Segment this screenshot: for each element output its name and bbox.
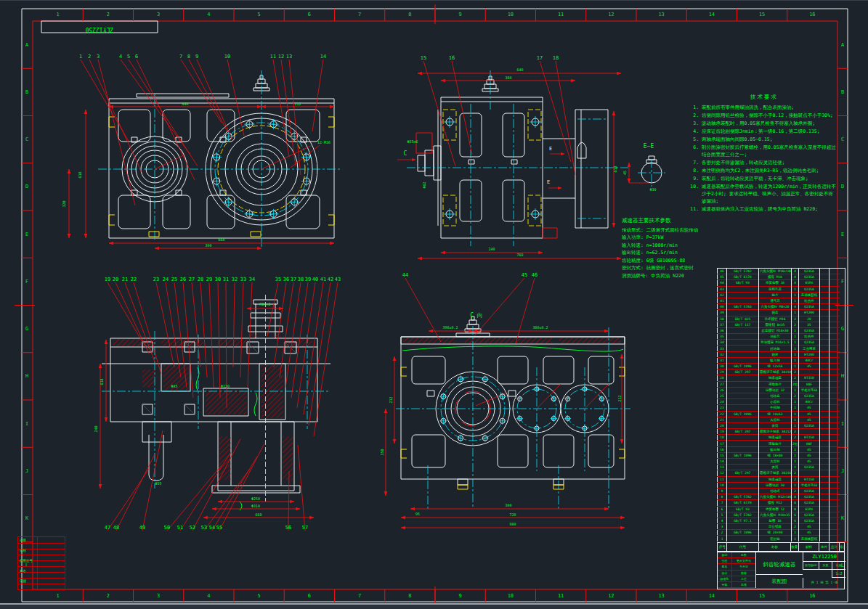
parts-list-row[interactable]: 11轴承端盖2HT150 — [718, 476, 845, 482]
parts-list-row[interactable]: 28轴承端盖2HT150 — [718, 375, 845, 381]
parts-list-row[interactable]: 7GB/T 6170螺母 M128Q235A — [718, 500, 845, 506]
parts-list-row[interactable]: 10毡圈油封 501半粗羊毛毡 — [718, 482, 845, 488]
parts-list-row[interactable]: 23中间轴145 — [718, 405, 845, 411]
part-balloon[interactable]: 23 — [153, 277, 159, 282]
parts-list-row[interactable]: 13套筒1Q235A — [718, 465, 845, 470]
parts-list-row[interactable]: 12GB/T 297圆锥滚子轴承 302162 — [718, 470, 845, 476]
parts-list-row[interactable]: 20套筒1Q235A — [718, 422, 845, 428]
part-balloon[interactable]: 4 — [119, 54, 122, 60]
part-balloon[interactable]: 28 — [198, 277, 203, 282]
part-balloon[interactable]: 52 — [190, 525, 195, 531]
parts-list-row[interactable]: 29GB/T 297圆锥滚子轴承 302102 — [718, 369, 845, 375]
parts-list-row[interactable]: 45GB/T 6170螺母 M164Q235A — [718, 274, 845, 280]
part-balloon[interactable]: 33 — [240, 277, 246, 282]
part-balloon[interactable]: 19 — [105, 277, 110, 282]
parts-list-row[interactable]: 27调整垫片2组08F — [718, 381, 845, 387]
part-balloon[interactable]: 29 — [206, 277, 212, 282]
part-balloon[interactable]: 14 — [320, 54, 326, 60]
parts-list-row[interactable]: 9挡油环2Q235A — [718, 488, 845, 494]
parts-list-row[interactable]: 38GB/T 825吊环螺钉 M16220 — [718, 316, 845, 322]
part-balloon[interactable]: 27 — [189, 277, 195, 282]
parts-list-row[interactable]: 35油标尺1组合件 — [718, 334, 845, 340]
parts-list-row[interactable]: 14大齿轮145 — [718, 459, 845, 465]
parts-list-row[interactable]: 24小齿轮140Cr — [718, 399, 845, 405]
part-balloon[interactable]: 2 — [88, 54, 91, 60]
part-balloon[interactable]: 39 — [305, 277, 311, 282]
part-balloon[interactable]: 6 — [135, 54, 138, 60]
part-balloon[interactable]: 40 — [312, 277, 318, 282]
part-balloon[interactable]: 30 — [215, 277, 221, 282]
parts-list-row[interactable]: 8GB/T 5782六角头螺栓 M12×1008Q235A — [718, 494, 845, 500]
part-balloon[interactable]: 50 — [164, 525, 170, 531]
part-balloon[interactable]: 8 — [187, 54, 190, 60]
part-balloon[interactable]: 48 — [113, 525, 119, 531]
parts-list-row[interactable]: 26毡圈油封 321半粗羊毛毡 — [718, 387, 845, 393]
part-balloon[interactable]: 9 — [195, 54, 198, 60]
part-balloon[interactable]: 38 — [298, 277, 304, 282]
part-balloon[interactable]: 3 — [97, 54, 100, 60]
part-balloon[interactable]: 35 — [275, 277, 281, 282]
parts-list-row[interactable]: 17调整垫片2组08F — [718, 441, 845, 446]
part-balloon[interactable]: 7 — [179, 54, 182, 60]
part-balloon[interactable]: 1 — [79, 54, 82, 60]
parts-list-table[interactable]: 46GB/T 5782六角头螺栓 M16×1404Q235A45GB/T 617… — [717, 268, 845, 541]
part-balloon[interactable]: 49 — [139, 525, 145, 531]
parts-list-row[interactable]: 6GB/T 93弹簧垫圈 12865Mn — [718, 506, 845, 512]
part-balloon[interactable]: 44 — [402, 272, 408, 278]
part-balloon[interactable]: 55 — [216, 525, 222, 531]
parts-list-row[interactable]: 16输出轴145 — [718, 446, 845, 452]
parts-list-row[interactable]: 1密封垫1石棉橡胶纸 — [718, 536, 845, 541]
part-balloon[interactable]: 46 — [532, 272, 538, 278]
part-balloon[interactable]: 15 — [421, 55, 426, 61]
part-balloon[interactable]: 10 — [224, 54, 230, 60]
part-balloon[interactable]: 32 — [232, 277, 238, 282]
parts-list-row[interactable]: 33封油垫1工业用革 — [718, 346, 845, 351]
part-balloon[interactable]: 22 — [131, 277, 137, 282]
part-balloon[interactable]: 17 — [537, 55, 543, 61]
parts-list-row[interactable]: 18轴承端盖2HT150 — [718, 435, 845, 441]
parts-list-row[interactable]: 22GB/T 1096键 14×63145 — [718, 411, 845, 417]
parts-list-row[interactable]: 19GB/T 297圆锥滚子轴承 302122 — [718, 429, 845, 435]
parts-list-row[interactable]: 30GB/T 1096键 12×56145 — [718, 364, 845, 369]
parts-list-row[interactable]: 46GB/T 5782六角头螺栓 M16×1404Q235A — [718, 269, 845, 274]
parts-list-row[interactable]: 34放油螺塞 M16×1.51Q235A — [718, 340, 845, 346]
part-balloon[interactable]: 41 — [320, 277, 326, 282]
part-balloon[interactable]: 37 — [291, 277, 296, 282]
parts-list-row[interactable]: 31输入轴140Cr — [718, 357, 845, 363]
part-balloon[interactable]: 18 — [553, 55, 559, 61]
part-balloon[interactable]: 34 — [249, 277, 255, 282]
part-balloon[interactable]: 16 — [449, 55, 455, 61]
part-balloon[interactable]: 31 — [223, 277, 229, 282]
part-balloon[interactable]: 45 — [522, 272, 527, 278]
parts-list-row[interactable]: 41通气器1组合件 — [718, 298, 845, 303]
part-balloon[interactable]: 20 — [113, 277, 118, 282]
parts-list-row[interactable]: 43窥视孔盖1Q235A — [718, 286, 845, 292]
part-balloon[interactable]: 21 — [122, 277, 128, 282]
part-balloon[interactable]: 36 — [283, 277, 289, 282]
part-balloon[interactable]: 51 — [177, 525, 183, 531]
parts-list-row[interactable]: 21大齿轮145 — [718, 417, 845, 422]
part-balloon[interactable]: 25 — [171, 277, 177, 282]
part-balloon[interactable]: 13 — [286, 54, 292, 60]
part-balloon[interactable]: 12 — [278, 54, 284, 60]
parts-list-row[interactable]: 25挡油盘2Q235A — [718, 393, 845, 398]
parts-list-row[interactable]: 42垫片1石棉橡胶纸 — [718, 292, 845, 298]
parts-list-row[interactable]: 4GB/T 97.1垫圈 106Q235A — [718, 518, 845, 523]
part-balloon[interactable]: 56 — [285, 525, 291, 531]
parts-list-row[interactable]: 37GB/T 117圆锥销 8×35235 — [718, 322, 845, 327]
part-balloon[interactable]: 53 — [201, 525, 207, 531]
parts-list-row[interactable]: 39箱盖1HT200 — [718, 310, 845, 316]
part-balloon[interactable]: 57 — [302, 525, 308, 531]
part-balloon[interactable]: 47 — [105, 525, 110, 531]
part-balloon[interactable]: 24 — [163, 277, 169, 282]
parts-list-row[interactable]: 5GB/T 5782六角头螺栓 M10×356Q235A — [718, 512, 845, 518]
part-balloon[interactable]: 11 — [270, 54, 276, 60]
parts-list-row[interactable]: 15GB/T 1096键 18×80145 — [718, 452, 845, 458]
part-balloon[interactable]: 43 — [335, 277, 341, 282]
parts-list-row[interactable]: 40GB/T 5783六角头螺栓 M8×204Q235A — [718, 304, 845, 310]
parts-list-row[interactable]: 36起盖螺钉 M10×301Q235A — [718, 327, 845, 333]
parts-list-row[interactable]: 44GB/T 93弹簧垫圈 16465Mn — [718, 280, 845, 286]
parts-list-row[interactable]: 3定位销套245 — [718, 524, 845, 530]
part-balloon[interactable]: 26 — [180, 277, 186, 282]
parts-list-row[interactable]: 32箱座1HT200 — [718, 351, 845, 357]
